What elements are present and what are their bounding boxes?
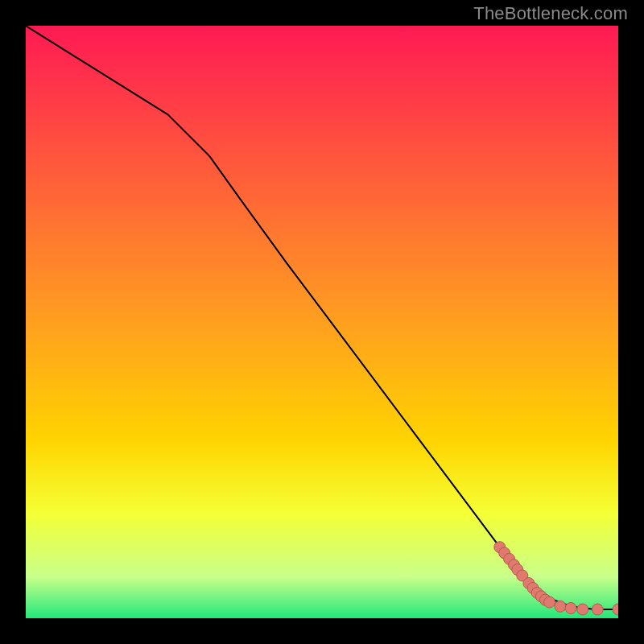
plot-area bbox=[26, 26, 618, 618]
gradient-background bbox=[26, 26, 618, 618]
data-marker bbox=[577, 604, 588, 615]
watermark-text: TheBottleneck.com bbox=[473, 3, 628, 24]
data-marker bbox=[544, 597, 555, 608]
data-marker bbox=[565, 603, 576, 614]
chart-svg bbox=[26, 26, 618, 618]
data-marker bbox=[555, 601, 566, 612]
chart-stage: TheBottleneck.com bbox=[0, 0, 644, 644]
data-marker bbox=[592, 604, 603, 615]
